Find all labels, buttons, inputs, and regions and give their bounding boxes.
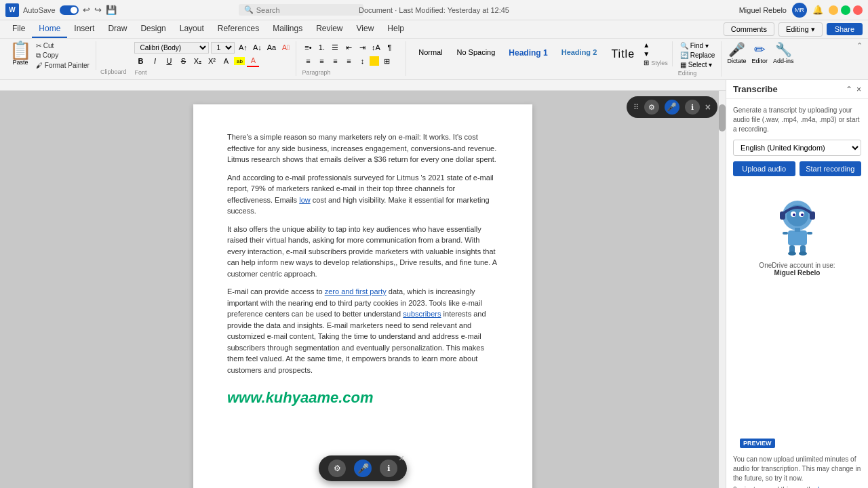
superscript-button[interactable]: X² [205, 55, 218, 67]
highlight-button[interactable]: ab [234, 57, 245, 65]
tab-mailings[interactable]: Mailings [266, 20, 309, 38]
subscript-button[interactable]: X₂ [191, 55, 203, 67]
paste-button[interactable]: 📋 Paste [9, 41, 31, 66]
font-group-label: Font [134, 69, 292, 76]
search-bar[interactable]: 🔍 [239, 4, 363, 16]
tab-references[interactable]: References [211, 20, 266, 38]
sort-button[interactable]: ↕A [370, 41, 382, 54]
shading-button[interactable] [370, 56, 379, 66]
share-button[interactable]: Share [827, 23, 863, 35]
scrollbar-thumb[interactable] [719, 104, 726, 131]
ruler [0, 80, 726, 91]
link-zero-first-party[interactable]: zero and first party [325, 287, 387, 296]
align-left-button[interactable]: ≡ [302, 55, 314, 67]
comments-button[interactable]: Comments [724, 22, 774, 36]
bold-button[interactable]: B [134, 55, 146, 67]
font-shrink-button[interactable]: A↓ [251, 41, 263, 54]
numbering-button[interactable]: 1. [315, 41, 328, 54]
search-input[interactable] [256, 6, 358, 14]
copy-button[interactable]: ⧉ Copy [34, 51, 92, 60]
save-icon[interactable]: 💾 [106, 5, 117, 15]
text-effects-button[interactable]: A [220, 55, 232, 67]
addins-button[interactable]: 🔧 Add-ins [773, 41, 794, 64]
dictate-button[interactable]: 🎤 Dictate [727, 41, 746, 64]
decrease-indent-button[interactable]: ⇤ [342, 41, 355, 54]
voice-mic-button[interactable]: 🎤 [665, 100, 679, 115]
vbt-close-button[interactable]: × [399, 453, 404, 464]
doc-title: Document · Last Modified: Yesterday at 1… [359, 6, 509, 14]
tab-help[interactable]: Help [380, 20, 411, 38]
show-formatting-button[interactable]: ¶ [383, 41, 395, 54]
tab-home[interactable]: Home [32, 20, 67, 38]
link-low[interactable]: low [299, 196, 311, 204]
bell-icon[interactable]: 🔔 [812, 5, 823, 15]
website-url: www.kuhyaame.com [227, 389, 498, 407]
svg-point-12 [788, 251, 796, 256]
font-color-button[interactable]: A [247, 55, 259, 67]
styles-down-button[interactable]: ▼ [643, 50, 650, 58]
styles-expand-button[interactable]: ⊞ [643, 59, 650, 66]
replace-button[interactable]: 🔄 Replace [678, 51, 717, 60]
undo-icon[interactable]: ↩ [83, 5, 90, 15]
change-case-button[interactable]: Aa [265, 41, 277, 54]
transcribe-close-button[interactable]: × [856, 85, 861, 94]
vertical-scrollbar[interactable] [719, 91, 726, 488]
close-button[interactable] [853, 5, 863, 15]
redo-icon[interactable]: ↪ [94, 5, 102, 15]
italic-button[interactable]: I [149, 55, 161, 67]
upload-audio-button[interactable]: Upload audio [733, 161, 795, 176]
vbt-info-button[interactable]: ℹ [380, 460, 397, 477]
voice-info-button[interactable]: ℹ [685, 100, 700, 115]
align-center-button[interactable]: ≡ [315, 55, 328, 67]
find-button[interactable]: 🔍 Find ▾ [678, 41, 717, 50]
transcribe-title: Transcribe [733, 84, 778, 94]
vbt-mic-button[interactable]: 🎤 [354, 460, 372, 477]
style-heading1[interactable]: Heading 1 [502, 46, 553, 62]
font-name-select[interactable]: Calibri (Body) [134, 42, 209, 54]
borders-button[interactable]: ⊞ [380, 55, 393, 67]
language-select[interactable]: English (United Kingdom) [733, 140, 861, 156]
format-painter-button[interactable]: 🖌 Format Painter [34, 61, 92, 70]
maximize-button[interactable] [841, 5, 850, 15]
style-title[interactable]: Title [604, 46, 642, 62]
line-spacing-button[interactable]: ↕ [356, 55, 368, 67]
voice-settings-button[interactable]: ⚙ [644, 100, 659, 115]
font-grow-button[interactable]: A↑ [237, 41, 249, 54]
link-subscribers[interactable]: subscribers [403, 310, 441, 318]
tab-draw[interactable]: Draw [101, 20, 134, 38]
voice-close-button[interactable]: × [705, 102, 711, 113]
editor-button[interactable]: ✏ Editor [751, 41, 768, 64]
underline-button[interactable]: U [163, 55, 175, 67]
editing-mode-button[interactable]: Editing ▾ [778, 22, 823, 37]
multilevel-button[interactable]: ☰ [329, 41, 341, 54]
cut-button[interactable]: ✂ Cut [34, 41, 92, 50]
font-size-select[interactable]: 11 [211, 42, 235, 54]
style-normal[interactable]: Normal [412, 46, 449, 62]
tab-insert[interactable]: Insert [67, 20, 101, 38]
tab-file[interactable]: File [5, 20, 32, 38]
vbt-settings-button[interactable]: ⚙ [328, 460, 346, 477]
style-no-spacing[interactable]: No Spacing [450, 46, 501, 62]
styles-up-button[interactable]: ▲ [643, 41, 650, 49]
ribbon-collapse-button[interactable]: ⌃ [856, 41, 863, 52]
select-button[interactable]: ▦ Select ▾ [678, 60, 717, 69]
preview-section: PREVIEW You can now upload unlimited min… [726, 434, 868, 488]
bullets-button[interactable]: ≡• [302, 41, 314, 54]
document-canvas: ⠿ ⚙ 🎤 ℹ × There's a simple reason so man… [0, 91, 726, 488]
tab-review[interactable]: Review [309, 20, 349, 38]
justify-button[interactable]: ≡ [342, 55, 355, 67]
tab-view[interactable]: View [350, 20, 381, 38]
tab-layout[interactable]: Layout [173, 20, 211, 38]
styles-group-label: Styles [651, 60, 668, 66]
clear-format-button[interactable]: A⃥ [279, 41, 292, 54]
transcribe-collapse-button[interactable]: ⌃ [846, 85, 852, 94]
align-right-button[interactable]: ≡ [329, 55, 341, 67]
tab-design[interactable]: Design [134, 20, 172, 38]
editing-group: 🔍 Find ▾ 🔄 Replace ▦ Select ▾ Editing [674, 41, 722, 77]
minimize-button[interactable] [829, 5, 838, 15]
start-recording-button[interactable]: Start recording [800, 161, 862, 176]
autosave-toggle[interactable] [60, 5, 79, 15]
strikethrough-button[interactable]: S [177, 55, 189, 67]
increase-indent-button[interactable]: ⇥ [356, 41, 368, 54]
style-heading2[interactable]: Heading 2 [555, 46, 604, 62]
